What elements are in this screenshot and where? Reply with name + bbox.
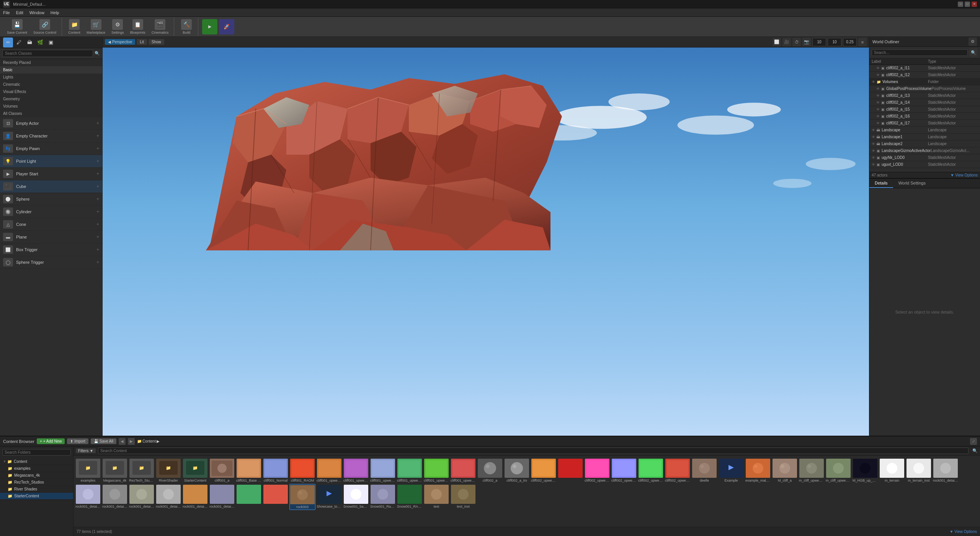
place-item-cube[interactable]: ⬛ Cube +	[0, 180, 102, 193]
folder-reztech[interactable]: 📁 RezTech_Studios	[0, 479, 73, 486]
cb-item-m-cliff-upwear-002[interactable]: m_cliff_upwear_002	[825, 458, 851, 483]
cb-item-rock001-c-basecolor[interactable]	[263, 484, 289, 510]
category-volumes[interactable]: Volumes	[0, 103, 102, 110]
maximize-button[interactable]: □	[965, 2, 970, 7]
cb-item-rock001-b2-basecolor[interactable]: rock001_detail_b _basecolor	[182, 484, 208, 510]
cb-item-megascans[interactable]: 📁 Megascans_4k	[102, 458, 128, 483]
cb-item-startercontent[interactable]: 📁 StarterContent	[182, 458, 208, 483]
folder-content[interactable]: ▼ 📁 Content	[0, 458, 73, 465]
play-button[interactable]: ▶	[202, 19, 217, 34]
place-item-empty-actor[interactable]: ⊡ Empty Actor +	[0, 117, 102, 130]
cb-item-snow001-raom[interactable]: Snow001_Raom	[370, 484, 396, 510]
mode-foliage[interactable]: 🌿	[35, 38, 45, 47]
mode-mesh[interactable]: ▣	[46, 38, 56, 47]
category-all-classes[interactable]: All Classes	[0, 110, 102, 117]
mode-place[interactable]: ✏	[3, 38, 13, 47]
category-geometry[interactable]: Geometry	[0, 95, 102, 103]
cb-item-test-inst[interactable]: test_inst	[450, 484, 476, 510]
minimize-button[interactable]: ─	[958, 2, 963, 7]
cb-item-m-hgb-up-wear[interactable]: M_HGB_up_wear	[852, 458, 878, 483]
plane-add[interactable]: +	[96, 234, 99, 240]
build-button[interactable]: 🔨 Build	[178, 18, 195, 36]
outliner-settings-button[interactable]: ⚙	[969, 38, 977, 46]
cb-item-cliff001-basecolor[interactable]: cliff001_Base Color	[236, 458, 262, 483]
folder-megascans[interactable]: 📁 Megascans_4k	[0, 472, 73, 479]
place-item-cylinder[interactable]: 🔘 Cylinder +	[0, 206, 102, 218]
point-light-add[interactable]: +	[96, 159, 99, 164]
outliner-item-landscape[interactable]: 👁 🏔 Landscape Landscape	[869, 127, 980, 134]
settings-button[interactable]: ⚙ Settings	[109, 18, 126, 36]
place-item-player-start[interactable]: ▶ Player Start +	[0, 168, 102, 180]
scale-snap-input[interactable]	[843, 38, 857, 46]
cb-item-rock001-detail-a-basecolor[interactable]: rock001_detail_a _basecolor	[933, 458, 959, 483]
cb-item-cliff002-uw-normal[interactable]: cliff002_upwear_001_Normal	[611, 458, 637, 483]
outliner-item-landscape-gizmo[interactable]: 👁 ▣ LandscapeGizmoActiveActor LandscapeG…	[869, 147, 980, 154]
cb-item-reztech[interactable]: 📁 RezTech_Studios	[129, 458, 155, 483]
category-basic[interactable]: Basic	[0, 66, 102, 74]
folder-startercontent[interactable]: 📁 StarterContent	[0, 493, 73, 500]
cb-item-snow001-raom2[interactable]: Snow001_RAOM	[397, 484, 423, 510]
cb-item-examples[interactable]: 📁 examples	[75, 458, 101, 483]
cb-view-options[interactable]: ▼ View Options	[950, 529, 977, 534]
outliner-search-icon[interactable]: 🔍	[969, 48, 978, 57]
place-item-point-light[interactable]: 💡 Point Light +	[0, 155, 102, 168]
category-visual-effects[interactable]: Visual Effects	[0, 88, 102, 95]
mode-paint[interactable]: 🖊	[14, 38, 24, 47]
outliner-item-landscape2[interactable]: 👁 🏔 Landscape2 Landscape	[869, 141, 980, 147]
category-recently-placed[interactable]: Recently Placed	[0, 59, 102, 66]
place-item-sphere[interactable]: ⚪ Sphere +	[0, 193, 102, 206]
content-search-icon[interactable]: 🔍	[972, 448, 978, 453]
cb-item-cliff002-a[interactable]: cliff002_a	[477, 458, 503, 483]
screencapture-button[interactable]: 📷	[802, 38, 811, 46]
add-new-button[interactable]: + + Add New	[37, 438, 65, 444]
category-lights[interactable]: Lights	[0, 74, 102, 81]
outliner-item-cliff002-l14[interactable]: 👁 ▣ cliff002_a_l14 StaticMeshActor	[869, 99, 980, 106]
outliner-item-cliff002-l12[interactable]: 👁 ▣ cliff002_a_l12 StaticMeshActor	[869, 72, 980, 78]
category-cinematic[interactable]: Cinematic	[0, 81, 102, 88]
viewport-options-button[interactable]: ≡	[858, 38, 867, 46]
empty-pawn-add[interactable]: +	[96, 146, 99, 151]
maximize-viewport-button[interactable]: ⬜	[773, 38, 781, 46]
cb-item-upwear-aomm[interactable]: cliff001_upwear_001_AOMM	[343, 458, 369, 483]
mode-landscape[interactable]: 🏔	[24, 38, 34, 47]
cb-item-cliff001-a[interactable]: cliff001_a	[209, 458, 235, 483]
outliner-item-cliff002-l16[interactable]: 👁 ▣ cliff002_a_l16 StaticMeshActor	[869, 113, 980, 120]
sphere-trigger-add[interactable]: +	[96, 260, 99, 265]
cb-item-upwear-basecolor[interactable]: cliff001_upwear_001_BaseColor	[316, 458, 342, 483]
outliner-search-input[interactable]	[872, 49, 968, 56]
cube-add[interactable]: +	[96, 184, 99, 189]
empty-actor-add[interactable]: +	[96, 121, 99, 126]
place-search-icon[interactable]: 🔍	[95, 51, 100, 56]
empty-character-add[interactable]: +	[96, 133, 99, 139]
nav-forward-button[interactable]: ▶	[128, 438, 135, 445]
outliner-item-cliff002-l11[interactable]: 👁 ▣ cliff002_a_l11 StaticMeshActor	[869, 65, 980, 72]
outliner-item-landscape1[interactable]: 👁 🏔 Landscape1 Landscape	[869, 134, 980, 141]
place-search-input[interactable]	[2, 50, 93, 57]
cb-item-m-cliff-upwear-001b[interactable]: m_cliff_upwear_001b	[799, 458, 825, 483]
cb-item-cliff002-upwear-aomm[interactable]: cliff002_upwear_001_AOMM	[531, 458, 557, 483]
cb-item-m-cliff-a[interactable]: M_cliff_a	[772, 458, 798, 483]
blueprints-button[interactable]: 📋 Blueprints	[128, 18, 148, 36]
menu-help[interactable]: Help	[51, 10, 59, 15]
grid-size-input[interactable]	[812, 38, 826, 46]
menu-window[interactable]: Window	[29, 10, 44, 15]
cb-item-cliff002-uw-basecolor[interactable]: cliff002_upwear_001_BaseColor	[584, 458, 610, 483]
save-all-button[interactable]: 💾 Save All	[91, 438, 116, 444]
sphere-add[interactable]: +	[96, 196, 99, 202]
cinematics-button[interactable]: 🎬 Cinematics	[149, 18, 171, 36]
close-button[interactable]: ✕	[972, 2, 977, 7]
cb-item-rock001-detail-b-basecolor[interactable]: rock001_detail_b _basecolor	[129, 484, 155, 510]
box-trigger-add[interactable]: +	[96, 247, 99, 252]
cb-item-upwear-raom[interactable]: cliff001_upwear_001_RAOM	[397, 458, 423, 483]
cylinder-add[interactable]: +	[96, 209, 99, 214]
cb-item-red[interactable]	[557, 458, 583, 483]
save-current-button[interactable]: 💾 Save Current	[5, 18, 29, 36]
outliner-item-cliff002-l13[interactable]: 👁 ▣ cliff002_a_l13 StaticMeshActor	[869, 92, 980, 99]
cb-item-rivershader[interactable]: 📁 RiverShader	[155, 458, 181, 483]
folder-search-input[interactable]	[2, 449, 71, 456]
cb-item-deelle[interactable]: deelle	[691, 458, 717, 483]
cb-item-upwear-wear[interactable]: cliff001_upwear_001_Wear	[450, 458, 476, 483]
cb-item-cliff002-uw-raom[interactable]: cliff002_upwear_001_RAOM	[638, 458, 664, 483]
cb-item-m-terrain[interactable]: m_terrain	[879, 458, 905, 483]
rotation-snap-input[interactable]	[828, 38, 841, 46]
